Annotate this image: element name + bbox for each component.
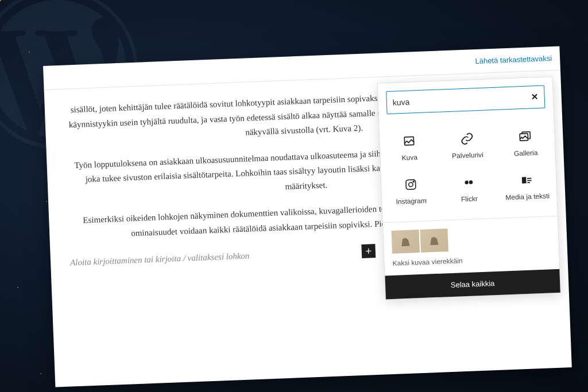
block-label: Instagram: [396, 197, 427, 206]
svg-point-3: [408, 183, 413, 187]
svg-rect-8: [527, 178, 531, 179]
pattern-label: Kaksi kuvaa vierekkäin: [392, 253, 551, 267]
block-placeholder-text[interactable]: Aloita kirjoittaminen tai kirjoita / val…: [70, 251, 250, 267]
submit-review-link[interactable]: Lähetä tarkastettavaksi: [475, 54, 552, 65]
block-inserter-panel: ✕ Kuva Palvelurivi: [377, 76, 561, 300]
block-option-image[interactable]: Kuva: [380, 125, 439, 171]
clear-search-button[interactable]: ✕: [531, 92, 539, 102]
block-option-services-row[interactable]: Palvelurivi: [438, 123, 497, 169]
block-option-flickr[interactable]: Flickr: [439, 166, 499, 212]
block-label: Kuva: [401, 153, 417, 162]
pattern-thumbnail: [420, 228, 448, 253]
block-option-media-text[interactable]: Media ja teksti: [497, 164, 557, 210]
add-block-button[interactable]: [361, 244, 376, 258]
block-search-input[interactable]: [393, 92, 531, 107]
svg-rect-9: [527, 180, 531, 181]
plus-icon: [363, 246, 373, 256]
svg-rect-10: [528, 182, 531, 183]
pattern-thumbnail: [391, 230, 420, 254]
block-label: Media ja teksti: [505, 192, 550, 201]
block-label: Palvelurivi: [452, 151, 483, 160]
gallery-icon: [518, 129, 532, 143]
block-label: Galleria: [514, 149, 538, 158]
editor-window: Lähetä tarkastettavaksi sisällöt, joten …: [43, 46, 572, 387]
pattern-preview[interactable]: [391, 224, 550, 254]
media-text-icon: [520, 173, 534, 187]
svg-point-4: [413, 181, 414, 182]
image-icon: [402, 134, 416, 148]
block-option-instagram[interactable]: Instagram: [381, 169, 440, 215]
svg-point-5: [465, 181, 469, 185]
svg-rect-7: [522, 177, 527, 183]
link-icon: [460, 131, 474, 146]
block-search-box: ✕: [386, 86, 545, 115]
block-results-grid: Kuva Palvelurivi Galleria: [379, 116, 557, 223]
pattern-section: Kaksi kuvaa vierekkäin: [383, 216, 559, 276]
block-label: Flickr: [461, 195, 478, 203]
svg-point-6: [469, 180, 473, 184]
block-option-gallery[interactable]: Galleria: [496, 121, 555, 166]
instagram-icon: [404, 177, 418, 192]
flickr-icon: [462, 175, 476, 189]
